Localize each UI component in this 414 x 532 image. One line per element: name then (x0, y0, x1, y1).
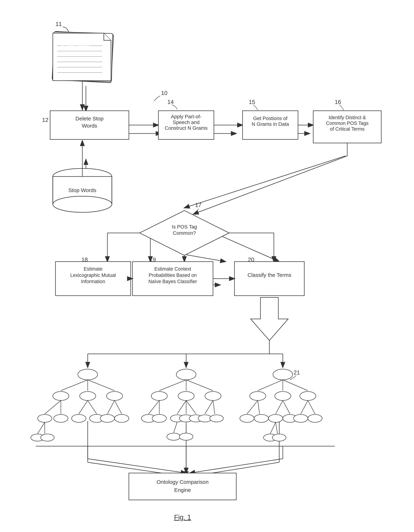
svg-point-93 (78, 369, 98, 380)
diagram: 11 12 Delete Stop Words 14 (0, 0, 414, 532)
svg-line-123 (148, 400, 159, 414)
svg-point-111 (115, 414, 129, 422)
svg-point-116 (176, 369, 196, 380)
svg-point-140 (179, 433, 193, 440)
svg-point-151 (254, 414, 268, 422)
svg-point-147 (300, 391, 316, 400)
svg-point-97 (53, 391, 69, 400)
svg-line-142 (258, 380, 283, 391)
svg-point-99 (107, 391, 123, 400)
svg-text:Stop Words: Stop Words (68, 187, 96, 193)
svg-point-126 (152, 414, 166, 422)
svg-point-136 (210, 415, 223, 422)
svg-line-134 (213, 400, 215, 414)
svg-line-61 (193, 156, 347, 214)
svg-text:Classify the Terms: Classify the Terms (248, 272, 291, 278)
svg-text:Probabilities Based on: Probabilities Based on (149, 273, 197, 278)
svg-line-153 (283, 400, 290, 414)
svg-line-148 (247, 400, 258, 414)
svg-line-117 (159, 380, 186, 391)
svg-marker-86 (251, 297, 288, 341)
svg-text:14: 14 (167, 99, 174, 105)
svg-line-127 (177, 400, 186, 414)
svg-rect-82 (234, 262, 304, 296)
svg-line-149 (258, 400, 259, 414)
svg-text:Identify Distinct &: Identify Distinct & (329, 115, 366, 120)
svg-line-96 (88, 380, 115, 391)
svg-line-100 (45, 400, 61, 414)
svg-point-141 (273, 369, 293, 380)
svg-line-161 (276, 422, 277, 434)
svg-line-157 (308, 400, 315, 414)
svg-text:Engine: Engine (174, 487, 191, 493)
svg-point-139 (167, 433, 180, 440)
svg-point-121 (178, 391, 194, 400)
svg-text:Estimate Context: Estimate Context (154, 266, 191, 272)
svg-line-133 (205, 400, 213, 414)
svg-text:Construct N Grams: Construct N Grams (165, 125, 208, 131)
svg-point-146 (275, 391, 291, 400)
svg-line-152 (276, 400, 283, 414)
svg-text:Speech and: Speech and (173, 120, 199, 125)
svg-point-159 (308, 414, 322, 422)
svg-text:Get Postions of: Get Postions of (253, 115, 287, 121)
svg-text:Words: Words (82, 123, 97, 129)
svg-point-122 (205, 391, 221, 400)
main-svg: 11 12 Delete Stop Words 14 (0, 0, 414, 532)
svg-point-106 (72, 414, 86, 422)
svg-text:Estimate: Estimate (83, 266, 102, 272)
svg-line-169 (190, 459, 283, 473)
svg-line-144 (283, 380, 308, 391)
svg-text:N Grams in Data: N Grams in Data (252, 121, 289, 127)
svg-line-105 (88, 400, 97, 414)
svg-line-156 (301, 400, 308, 414)
svg-text:10: 10 (161, 90, 167, 96)
svg-line-119 (186, 380, 213, 391)
svg-line-137 (174, 422, 177, 433)
svg-text:Fig. 1: Fig. 1 (174, 513, 191, 521)
svg-line-104 (79, 400, 88, 414)
svg-point-163 (272, 434, 286, 441)
svg-point-57 (53, 196, 112, 212)
svg-text:Common POS Tags: Common POS Tags (326, 121, 368, 126)
svg-text:21: 21 (294, 369, 300, 376)
svg-point-102 (37, 414, 52, 422)
svg-point-110 (100, 414, 115, 422)
svg-text:of Critical Terms: of Critical Terms (330, 126, 364, 132)
svg-line-129 (186, 400, 196, 414)
svg-text:Apply Part-of-: Apply Part-of- (171, 114, 201, 119)
svg-text:16: 16 (335, 99, 341, 105)
svg-text:15: 15 (249, 99, 255, 105)
svg-line-94 (61, 380, 88, 391)
svg-text:17: 17 (195, 202, 202, 208)
svg-text:Ontology Comparison: Ontology Comparison (156, 479, 209, 485)
svg-point-120 (151, 391, 167, 400)
svg-point-150 (240, 414, 254, 422)
svg-line-112 (37, 422, 45, 434)
svg-text:Common?: Common? (173, 230, 196, 236)
svg-point-103 (54, 414, 68, 422)
label-11: 11 (55, 21, 62, 27)
svg-text:Naïve Bayes Classifier: Naïve Bayes Classifier (148, 279, 197, 284)
svg-line-109 (115, 400, 122, 414)
svg-point-158 (294, 414, 308, 422)
svg-line-166 (88, 459, 186, 473)
svg-text:Delete Stop: Delete Stop (75, 115, 104, 122)
svg-text:12: 12 (42, 117, 48, 123)
svg-point-115 (41, 434, 54, 441)
svg-line-160 (270, 422, 276, 434)
svg-rect-171 (129, 473, 236, 500)
svg-point-145 (250, 391, 266, 400)
svg-text:Is POS Tag: Is POS Tag (172, 224, 197, 229)
svg-line-108 (107, 400, 115, 414)
svg-point-98 (80, 391, 96, 400)
svg-point-154 (268, 414, 283, 422)
svg-text:Lexicographic Mutual: Lexicographic Mutual (70, 273, 116, 278)
svg-text:Information: Information (81, 279, 105, 284)
